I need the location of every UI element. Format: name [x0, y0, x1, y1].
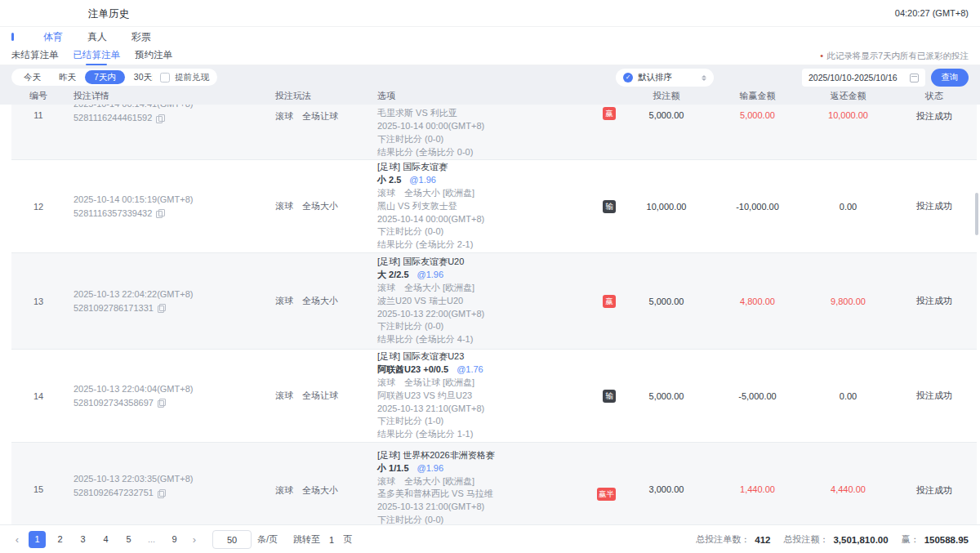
refund-amount: 4,440.00: [831, 484, 866, 494]
result-badge: 输: [603, 200, 616, 213]
tab-live[interactable]: 真人: [87, 30, 107, 44]
date-range-picker[interactable]: 2025/10/10-2025/10/16: [802, 69, 925, 87]
page-size-input[interactable]: [212, 530, 252, 549]
bet-time: 2025-10-13 22:04:04(GMT+8): [74, 382, 193, 396]
odds: @1.96: [409, 174, 436, 187]
page-title: 注单历史: [88, 7, 129, 21]
score-at-bet: 下注时比分 (0-0): [377, 514, 616, 524]
calendar-icon: [910, 74, 919, 83]
col-play: 投注玩法: [270, 87, 373, 105]
page-unit-label: 页: [343, 533, 352, 546]
bet-amount: 10,000.00: [647, 202, 687, 212]
filter-band: 今天 昨天 7天内 30天内 提前兑现 ✓ 默认排序 2025/10/10-20…: [0, 65, 980, 105]
table-row: 13 2025-10-13 22:04:22(GMT+8) 5281092786…: [11, 253, 977, 350]
bet-status: 投注成功: [916, 110, 952, 123]
total-amount-label: 总投注额：: [783, 533, 828, 546]
win-label: 赢：: [902, 533, 920, 546]
score-at-bet: 下注时比分 (0-0): [377, 225, 616, 239]
bet-time: 2025-10-13 22:03:35(GMT+8): [74, 472, 193, 486]
match-teams: 圣多美和普林西比 VS 马拉维: [377, 488, 493, 501]
league-name: [足球] 国际友谊赛U23: [377, 350, 616, 363]
early-cashout-checkbox[interactable]: [160, 73, 170, 83]
range-yesterday[interactable]: 昨天: [50, 70, 85, 84]
table-row: 11 2025-10-14 00:14:41(GMT+8) 5281116244…: [11, 105, 977, 160]
tab-sports[interactable]: 体育: [43, 30, 63, 44]
order-number: 5281092734358697: [74, 396, 154, 410]
match-teams: 黑山 VS 列支敦士登: [377, 200, 457, 213]
pick: 小 2.5: [377, 174, 401, 187]
bet-status: 投注成功: [916, 295, 952, 307]
page-3[interactable]: 3: [74, 531, 91, 548]
page-9[interactable]: 9: [166, 531, 183, 548]
bet-status: 投注成功: [916, 484, 952, 497]
winloss-amount: 5,000.00: [740, 110, 775, 120]
score-at-bet: 下注时比分 (0-0): [377, 320, 616, 333]
sub-tabs-bar: 未结算注单 已结算注单 预约注单 •此记录将显示7天内所有已派彩的投注: [0, 47, 980, 65]
range-today[interactable]: 今天: [15, 70, 50, 84]
pick: 阿联酋U23 +0/0.5: [377, 363, 448, 377]
order-number: 5281092786171331: [74, 301, 154, 315]
bet-time: 2025-10-13 22:04:22(GMT+8): [74, 288, 193, 301]
jump-page-input[interactable]: 1: [326, 535, 337, 545]
col-refund: 返还金额: [804, 87, 892, 105]
copy-icon[interactable]: [158, 304, 165, 312]
league-name: [足球] 世界杯2026非洲资格赛: [377, 449, 616, 462]
score-result: 结果比分 (全场比分 0-0): [377, 146, 616, 159]
active-tab-indicator: [11, 33, 14, 41]
vertical-scrollbar[interactable]: [975, 193, 978, 235]
market: 滚球 全场让球 [欧洲盘]: [377, 377, 616, 390]
play-type: 滚球 全场大小: [275, 484, 338, 497]
sort-select[interactable]: ✓ 默认排序: [616, 69, 714, 87]
result-badge: 赢: [603, 107, 616, 120]
winloss-amount: -10,000.00: [736, 202, 779, 212]
sort-caret-icon: [702, 75, 706, 81]
win-value: 150588.95: [924, 535, 969, 545]
page-4[interactable]: 4: [97, 531, 114, 548]
col-no: 编号: [11, 87, 65, 105]
refund-amount: 10,000.00: [828, 110, 868, 120]
search-button[interactable]: 查询: [931, 69, 969, 87]
play-type: 滚球 全场大小: [275, 200, 338, 212]
range-7days[interactable]: 7天内: [85, 70, 125, 84]
copy-icon[interactable]: [156, 114, 163, 123]
footer-bar: ‹ 1 2 3 4 5 ... 9 › 条/页 跳转至 1 页 总投注单数： 4…: [0, 524, 980, 553]
clock: 04:20:27 (GMT+8): [895, 8, 969, 18]
bet-amount: 3,000.00: [649, 484, 684, 494]
score-at-bet: 下注时比分 (1-0): [377, 415, 616, 428]
title-bar: 注单历史 04:20:27 (GMT+8): [0, 0, 980, 27]
row-no: 13: [33, 297, 43, 306]
table-body: 11 2025-10-14 00:14:41(GMT+8) 5281116244…: [11, 105, 977, 524]
refund-amount: 0.00: [840, 202, 857, 212]
match-time: 2025-10-14 00:00(GMT+8): [377, 213, 616, 226]
date-range-value: 2025/10/10-2025/10/16: [808, 73, 905, 83]
sort-selected-value: 默认排序: [638, 72, 697, 83]
play-type: 滚球 全场让球: [275, 110, 338, 123]
chevron-right-icon[interactable]: ›: [189, 533, 200, 546]
score-result: 结果比分 (全场比分 1-1): [377, 428, 616, 441]
page-2[interactable]: 2: [51, 531, 69, 548]
table-row: 14 2025-10-13 22:04:04(GMT+8) 5281092734…: [11, 350, 977, 443]
copy-icon[interactable]: [156, 209, 163, 217]
tab-lottery[interactable]: 彩票: [131, 30, 151, 44]
early-cashout-filter[interactable]: 提前兑现: [152, 69, 217, 86]
row-no: 11: [33, 110, 42, 120]
row-no: 15: [33, 484, 43, 494]
bet-status: 投注成功: [916, 200, 952, 212]
subtab-reserved[interactable]: 预约注单: [135, 47, 172, 65]
subtab-settled[interactable]: 已结算注单: [74, 47, 121, 65]
bet-time: 2025-10-14 00:15:19(GMT+8): [74, 193, 193, 207]
score-result: 结果比分 (全场比分 2-1): [377, 239, 616, 252]
col-detail: 投注详情: [65, 87, 270, 105]
subtab-unsettled[interactable]: 未结算注单: [11, 47, 59, 65]
copy-icon[interactable]: [158, 399, 165, 407]
odds: @1.76: [457, 363, 483, 377]
quick-range-group: 今天 昨天 7天内 30天内: [11, 69, 173, 86]
page-5[interactable]: 5: [120, 531, 137, 548]
bet-status: 投注成功: [916, 390, 952, 402]
market: 滚球 全场大小 [欧洲盘]: [377, 282, 616, 295]
chevron-left-icon[interactable]: ‹: [11, 533, 23, 546]
page-1[interactable]: 1: [29, 531, 46, 548]
result-badge: 输: [603, 390, 616, 403]
copy-icon[interactable]: [158, 489, 165, 497]
match-teams: 阿联酋U23 VS 约旦U23: [377, 390, 472, 403]
